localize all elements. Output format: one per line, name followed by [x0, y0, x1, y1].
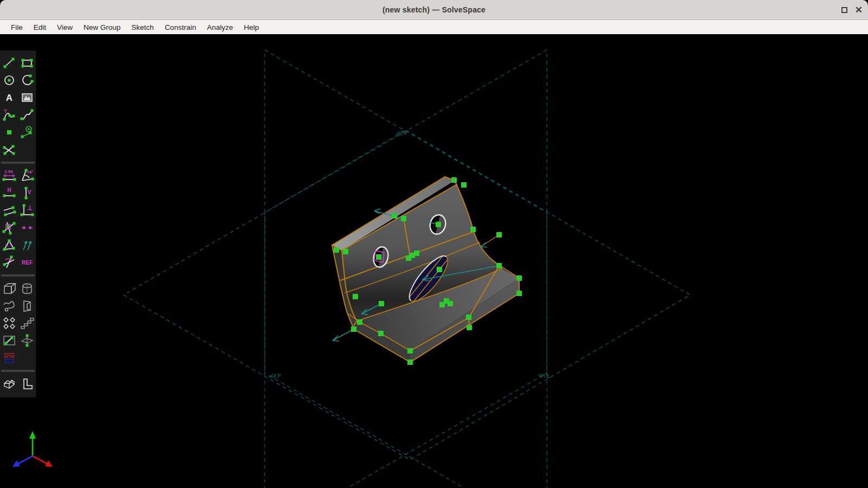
3d-viewport[interactable]: #ZX #XY #YZ [0, 34, 868, 488]
point-handle[interactable] [407, 348, 413, 354]
tangent-arc-icon: T [2, 108, 16, 122]
point-handle[interactable] [401, 216, 406, 221]
rotate-tool-button[interactable] [0, 314, 18, 332]
arc-tool-button[interactable] [18, 72, 36, 89]
toolbar-separator [1, 162, 35, 164]
sketch-in-workplane-tool-button[interactable] [0, 332, 18, 349]
distance-tool-button[interactable]: 2.54 [0, 167, 18, 184]
point-on-line-icon [2, 221, 16, 235]
horizontal-tool-button[interactable]: H [0, 184, 18, 202]
point-handle[interactable] [496, 263, 502, 268]
point-handle[interactable] [392, 213, 397, 219]
tool-palette: AT2.5474°HV⊥REF [0, 50, 36, 397]
point-handle[interactable] [414, 251, 419, 256]
split-curves-icon [2, 143, 16, 157]
perpendicular-icon: ⊥ [20, 203, 34, 217]
nearest-iso-view-tool-button[interactable] [0, 375, 18, 393]
point-handle[interactable] [334, 247, 339, 253]
point-on-line-tool-button[interactable] [0, 219, 18, 236]
point-handle[interactable] [470, 227, 476, 232]
point-handle[interactable] [343, 249, 348, 254]
reference-icon: REF [20, 255, 34, 269]
sketch-in-3d-tool-button[interactable] [18, 332, 36, 349]
boolean-difference-tool-button[interactable] [0, 349, 18, 367]
datum-point-tool-button[interactable] [0, 124, 18, 141]
menu-edit[interactable]: Edit [28, 22, 52, 33]
menu-sketch[interactable]: Sketch [126, 22, 159, 33]
bezier-tool-button[interactable] [18, 106, 36, 124]
arc-icon [20, 73, 34, 87]
title-bar[interactable]: (new sketch) — SolveSpace ✕ [0, 0, 868, 20]
menu-view[interactable]: View [52, 22, 78, 33]
lathe-tool-button[interactable] [18, 280, 36, 297]
svg-text:T: T [4, 108, 7, 114]
point-handle[interactable] [461, 182, 467, 188]
angle-tool-button[interactable]: 74° [18, 167, 36, 184]
sketch-in-3d-icon [20, 333, 34, 348]
point-handle[interactable] [496, 232, 502, 237]
symmetric-tool-button[interactable] [18, 219, 36, 236]
helix-tool-button[interactable] [0, 297, 18, 314]
construction-tool-button[interactable] [18, 124, 36, 141]
rotate-icon [2, 316, 16, 330]
extrude-tool-button[interactable] [0, 280, 18, 297]
point-handle[interactable] [437, 267, 442, 272]
point-handle[interactable] [407, 359, 413, 365]
parallel-tool-button[interactable] [0, 202, 18, 219]
other-angle-tool-button[interactable] [0, 254, 18, 271]
rectangle-tool-button[interactable] [18, 54, 36, 72]
maximize-icon[interactable] [841, 7, 847, 13]
angle-icon: 74° [20, 169, 34, 183]
menu-help[interactable]: Help [238, 22, 264, 33]
align-view-to-workplane-tool-button[interactable] [18, 375, 36, 393]
window-title: (new sketch) — SolveSpace [382, 5, 486, 14]
point-handle[interactable] [451, 177, 457, 183]
translate-tool-button[interactable] [18, 314, 36, 332]
equal-tool-button[interactable] [0, 236, 18, 254]
rectangle-icon [20, 56, 34, 70]
point-handle[interactable] [351, 326, 356, 332]
point-handle[interactable] [379, 301, 384, 306]
menu-analyze[interactable]: Analyze [201, 22, 238, 33]
point-handle[interactable] [516, 291, 522, 296]
extrude-icon [2, 281, 16, 296]
point-handle[interactable] [357, 319, 362, 325]
svg-text:V: V [27, 189, 31, 195]
point-handle[interactable] [378, 331, 384, 336]
menu-new-group[interactable]: New Group [78, 22, 126, 33]
image-tool-button[interactable] [18, 89, 36, 106]
line-segment-tool-button[interactable] [0, 54, 18, 72]
align-view-to-workplane-icon [20, 377, 34, 391]
text-tool-button[interactable]: A [0, 89, 18, 106]
svg-text:⊥: ⊥ [27, 204, 33, 211]
point-handle[interactable] [516, 275, 522, 281]
close-icon[interactable]: ✕ [855, 5, 863, 15]
solvespace-window: (new sketch) — SolveSpace ✕ FileEditView… [0, 0, 868, 488]
point-handle[interactable] [436, 222, 441, 227]
axis-z-icon [16, 456, 33, 465]
revolve-tool-button[interactable] [18, 297, 36, 314]
menu-constrain[interactable]: Constrain [159, 22, 202, 33]
perpendicular-tool-button[interactable]: ⊥ [18, 202, 36, 219]
symmetric-icon [20, 221, 34, 235]
vertical-tool-button[interactable]: V [18, 184, 36, 202]
reference-tool-button[interactable]: REF [18, 254, 36, 271]
point-handle[interactable] [448, 301, 453, 306]
point-handle[interactable] [376, 254, 381, 260]
circle-tool-button[interactable] [0, 72, 18, 89]
solid-model[interactable] [332, 177, 522, 365]
split-curves-tool-button[interactable] [0, 141, 18, 158]
parallel-icon [2, 203, 16, 217]
drawing-canvas[interactable]: #ZX #XY #YZ [0, 34, 868, 488]
tangent-arc-tool-button[interactable]: T [0, 106, 18, 124]
menu-file[interactable]: File [5, 22, 28, 33]
lathe-icon [20, 281, 34, 296]
circle-icon [2, 73, 16, 87]
point-handle[interactable] [466, 314, 471, 320]
point-handle[interactable] [467, 325, 472, 330]
horizontal-icon: H [2, 186, 16, 200]
same-orientation-tool-button[interactable] [18, 236, 36, 254]
point-handle[interactable] [353, 294, 358, 299]
same-orientation-icon [20, 238, 34, 252]
helix-icon [2, 299, 16, 313]
